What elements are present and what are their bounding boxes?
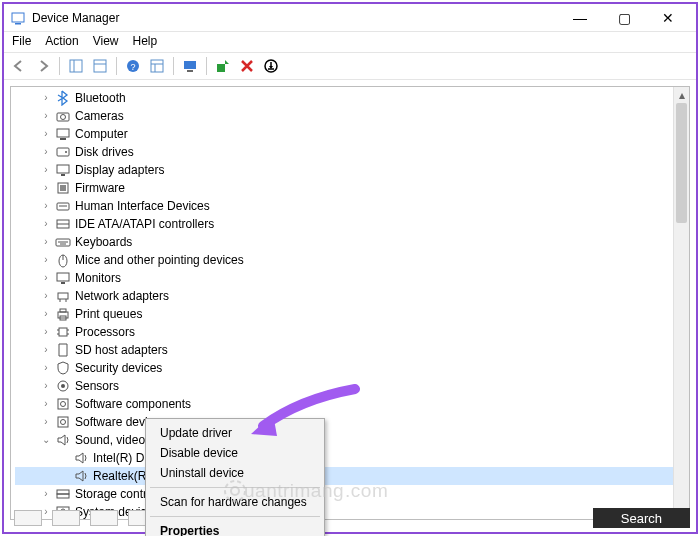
search-button[interactable]: Search — [593, 508, 690, 528]
expand-icon: › — [39, 271, 53, 285]
svg-rect-24 — [60, 185, 66, 191]
tree-item-label: Monitors — [75, 269, 121, 287]
properties-button[interactable] — [89, 55, 111, 77]
tree-item[interactable]: ›Security devices — [15, 359, 685, 377]
svg-rect-54 — [57, 494, 69, 498]
tree-item-label: Storage contro — [75, 485, 154, 503]
menu-action[interactable]: Action — [45, 34, 78, 48]
expand-icon: › — [39, 109, 53, 123]
tree-item[interactable]: ›Mice and other pointing devices — [15, 251, 685, 269]
context-disable-device[interactable]: Disable device — [148, 443, 322, 463]
tree-item[interactable]: ›Computer — [15, 125, 685, 143]
keyboard-icon — [55, 234, 71, 250]
device-tree[interactable]: ›Bluetooth›Cameras›Computer›Disk drives›… — [11, 87, 689, 519]
expand-icon: › — [39, 325, 53, 339]
context-scan-hardware[interactable]: Scan for hardware changes — [148, 492, 322, 512]
monitor-icon — [55, 270, 71, 286]
svg-point-20 — [65, 151, 67, 153]
tree-item[interactable]: ›Print queues — [15, 305, 685, 323]
tree-item[interactable]: ›Network adapters — [15, 287, 685, 305]
tree-item[interactable]: ›Storage contro — [15, 485, 685, 503]
tree-item[interactable]: ›Software components — [15, 395, 685, 413]
menubar: File Action View Help — [4, 32, 696, 52]
svg-rect-36 — [58, 293, 68, 299]
scroll-up-icon[interactable]: ▴ — [674, 87, 689, 103]
svg-rect-1 — [15, 23, 21, 25]
menu-file[interactable]: File — [12, 34, 31, 48]
update-driver-button[interactable] — [212, 55, 234, 77]
sensor-icon — [55, 378, 71, 394]
svg-rect-0 — [12, 13, 24, 22]
context-update-driver[interactable]: Update driver — [148, 423, 322, 443]
tree-item[interactable]: ›IDE ATA/ATAPI controllers — [15, 215, 685, 233]
tree-item-label: SD host adapters — [75, 341, 168, 359]
close-button[interactable]: ✕ — [646, 4, 690, 32]
footer-strip: Search — [10, 508, 690, 528]
tree-item[interactable]: ›SD host adapters — [15, 341, 685, 359]
minimize-button[interactable]: — — [558, 4, 602, 32]
app-icon — [10, 10, 26, 26]
help-button[interactable]: ? — [122, 55, 144, 77]
svg-point-16 — [61, 115, 66, 120]
expand-icon: › — [39, 379, 53, 393]
svg-rect-19 — [57, 148, 69, 156]
tree-item-sound[interactable]: ⌄Sound, video and game controllers — [15, 431, 685, 449]
expand-icon: › — [39, 415, 53, 429]
svg-rect-34 — [57, 273, 69, 281]
svg-rect-42 — [59, 328, 67, 336]
tree-item-label: Security devices — [75, 359, 162, 377]
tree-item[interactable]: ›Cameras — [15, 107, 685, 125]
security-icon — [55, 360, 71, 376]
expander-placeholder — [57, 451, 71, 465]
tree-item[interactable]: ›Keyboards — [15, 233, 685, 251]
context-uninstall-device[interactable]: Uninstall device — [148, 463, 322, 483]
context-properties[interactable]: Properties — [148, 521, 322, 536]
maximize-button[interactable]: ▢ — [602, 4, 646, 32]
tree-item[interactable]: ›Bluetooth — [15, 89, 685, 107]
forward-button[interactable] — [32, 55, 54, 77]
hid-icon — [55, 198, 71, 214]
expand-icon: › — [39, 253, 53, 267]
tree-child-item[interactable]: Intel(R) Display Audio — [15, 449, 685, 467]
expand-icon: › — [39, 217, 53, 231]
tree-item-label: Firmware — [75, 179, 125, 197]
expand-icon: › — [39, 91, 53, 105]
scroll-thumb[interactable] — [676, 103, 687, 223]
tree-item[interactable]: ›Software devices — [15, 413, 685, 431]
back-button[interactable] — [8, 55, 30, 77]
svg-rect-49 — [58, 399, 68, 409]
tree-item[interactable]: ›Sensors — [15, 377, 685, 395]
expand-icon: › — [39, 235, 53, 249]
tree-item-label: Sensors — [75, 377, 119, 395]
disable-button[interactable] — [260, 55, 282, 77]
tree-item[interactable]: ›Monitors — [15, 269, 685, 287]
tree-item[interactable]: ›Disk drives — [15, 143, 685, 161]
expand-icon: › — [39, 343, 53, 357]
svg-rect-12 — [187, 70, 193, 72]
tree-item[interactable]: ›Human Interface Devices — [15, 197, 685, 215]
vertical-scrollbar[interactable]: ▴ ▾ — [673, 87, 689, 519]
thumbnail[interactable] — [52, 510, 80, 526]
tree-item-label: Disk drives — [75, 143, 134, 161]
show-hide-tree-button[interactable] — [65, 55, 87, 77]
tree-item-label: Computer — [75, 125, 128, 143]
tree-item-label: Keyboards — [75, 233, 132, 251]
tree-item[interactable]: ›Firmware — [15, 179, 685, 197]
bluetooth-icon — [55, 90, 71, 106]
menu-view[interactable]: View — [93, 34, 119, 48]
thumbnail[interactable] — [14, 510, 42, 526]
svg-point-50 — [61, 402, 66, 407]
scan-hardware-button[interactable] — [179, 55, 201, 77]
ide-icon — [55, 216, 71, 232]
menu-help[interactable]: Help — [133, 34, 158, 48]
svg-rect-2 — [70, 60, 82, 72]
svg-rect-51 — [58, 417, 68, 427]
console-tree-button[interactable] — [146, 55, 168, 77]
thumbnail[interactable] — [90, 510, 118, 526]
expand-icon: › — [39, 361, 53, 375]
tree-item-label: Software components — [75, 395, 191, 413]
uninstall-button[interactable] — [236, 55, 258, 77]
tree-item[interactable]: ›Display adapters — [15, 161, 685, 179]
tree-child-item[interactable]: Realtek(R) A — [15, 467, 685, 485]
tree-item[interactable]: ›Processors — [15, 323, 685, 341]
